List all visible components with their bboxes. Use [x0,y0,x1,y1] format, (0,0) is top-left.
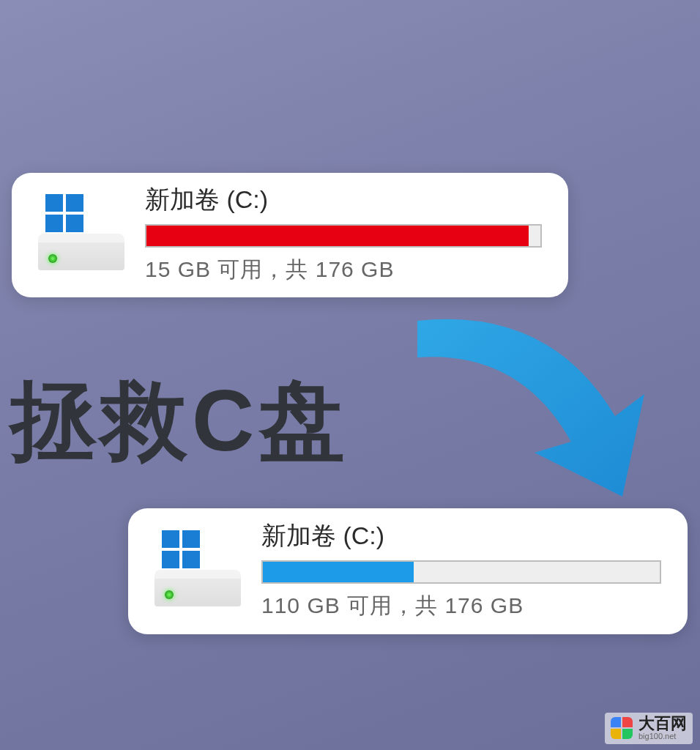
drive-info-before: 新加卷 (C:) 15 GB 可用，共 176 GB [145,183,542,285]
disk-icon [154,570,241,606]
headline-text: 拯救C盘 [10,363,349,480]
arrow-icon [388,299,681,519]
drive-card-before: 新加卷 (C:) 15 GB 可用，共 176 GB [12,173,568,297]
drive-card-after: 新加卷 (C:) 110 GB 可用，共 176 GB [128,508,688,634]
watermark-title: 大百网 [638,716,687,732]
drive-icon [38,197,124,270]
storage-fill [146,226,529,246]
drive-label: 新加卷 (C:) [261,519,661,553]
storage-fill [263,562,414,582]
storage-bar [145,224,542,248]
drive-status: 15 GB 可用，共 176 GB [145,255,542,285]
windows-logo-icon [45,194,83,232]
storage-bar [261,560,661,584]
watermark-logo-icon [611,717,633,739]
drive-status: 110 GB 可用，共 176 GB [261,591,661,621]
disk-icon [38,234,124,270]
watermark: 大百网 big100.net [605,713,693,744]
watermark-url: big100.net [638,732,687,741]
drive-label: 新加卷 (C:) [145,183,542,217]
drive-info-after: 新加卷 (C:) 110 GB 可用，共 176 GB [261,519,661,621]
windows-logo-icon [162,530,200,568]
drive-icon [154,533,241,606]
